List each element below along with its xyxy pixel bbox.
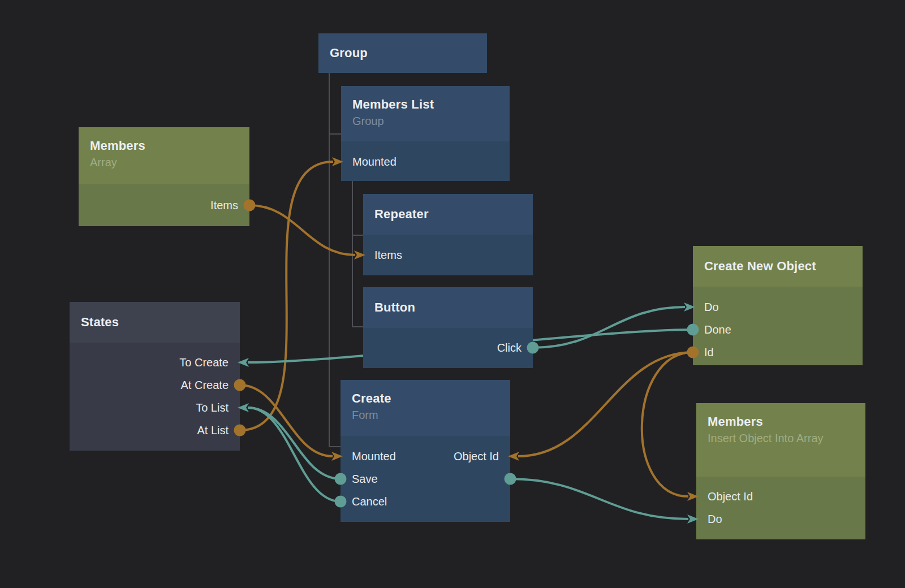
node-body: To CreateAt CreateTo ListAt List bbox=[70, 343, 240, 451]
node-subtitle: Group bbox=[352, 113, 498, 129]
port-label-save: Save bbox=[352, 472, 378, 486]
port-label-click: Click bbox=[497, 340, 522, 355]
node-header: Repeater bbox=[363, 194, 533, 235]
port-label-done: Done bbox=[704, 322, 731, 337]
node-header: States bbox=[70, 302, 240, 343]
node-group[interactable]: Group bbox=[318, 33, 487, 73]
node-repeater[interactable]: RepeaterItems bbox=[363, 194, 533, 275]
node-create-new-object[interactable]: Create New ObjectDoDoneId bbox=[693, 246, 863, 365]
port-label-at-create: At Create bbox=[181, 378, 229, 392]
port-label-to-list: To List bbox=[196, 400, 229, 415]
port-output-dot-create-new-object-done[interactable] bbox=[687, 324, 699, 336]
node-subtitle: Insert Object Into Array bbox=[708, 430, 854, 446]
node-title: Create New Object bbox=[704, 258, 816, 275]
node-body: DoDoneId bbox=[693, 287, 863, 365]
node-body: Object IdDo bbox=[696, 477, 865, 539]
port-label-to-create: To Create bbox=[179, 355, 229, 370]
port-label-object-id: Object Id bbox=[454, 449, 499, 464]
port-label-at-list: At List bbox=[197, 423, 229, 438]
node-subtitle: Array bbox=[90, 154, 238, 170]
node-create[interactable]: CreateFormMountedSaveCancelObject Id bbox=[341, 380, 510, 522]
node-header: Members ListGroup bbox=[341, 86, 510, 141]
port-label-id: Id bbox=[704, 345, 714, 360]
node-subtitle: Form bbox=[352, 407, 499, 423]
node-header: Create New Object bbox=[693, 246, 863, 287]
port-label-items: Items bbox=[210, 198, 238, 213]
node-members-insert[interactable]: MembersInsert Object Into ArrayObject Id… bbox=[696, 403, 865, 539]
node-header: MembersArray bbox=[79, 127, 249, 184]
port-label-mounted: Mounted bbox=[352, 449, 396, 464]
node-header: Button bbox=[363, 287, 533, 328]
node-title: Button bbox=[374, 299, 415, 316]
port-label-cancel: Cancel bbox=[352, 494, 387, 509]
node-members-list[interactable]: Members ListGroupMounted bbox=[341, 86, 510, 181]
port-output-dot-states-at-list[interactable] bbox=[234, 425, 246, 436]
node-button[interactable]: ButtonClick bbox=[363, 287, 533, 368]
node-body: Items bbox=[79, 184, 249, 226]
port-output-dot-create-cancel[interactable] bbox=[335, 496, 347, 508]
node-states[interactable]: StatesTo CreateAt CreateTo ListAt List bbox=[70, 302, 240, 451]
port-output-dot-button-click[interactable] bbox=[527, 342, 539, 354]
node-editor-canvas[interactable]: GroupMembers ListGroupMountedMembersArra… bbox=[0, 0, 905, 588]
port-output-dot-create-new-object-id[interactable] bbox=[687, 347, 699, 358]
node-header: Group bbox=[318, 33, 487, 73]
node-title: Members bbox=[90, 137, 238, 154]
port-label-items: Items bbox=[374, 248, 402, 262]
node-title: Repeater bbox=[374, 206, 429, 223]
port-output-dot-create-save[interactable] bbox=[335, 473, 347, 485]
node-header: CreateForm bbox=[341, 380, 510, 436]
port-label-do: Do bbox=[708, 512, 722, 526]
port-label-object-id: Object Id bbox=[708, 489, 753, 504]
node-members-array[interactable]: MembersArrayItems bbox=[79, 127, 249, 226]
node-title: Members List bbox=[352, 96, 498, 113]
node-body: Items bbox=[363, 235, 533, 275]
node-header: MembersInsert Object Into Array bbox=[696, 403, 865, 477]
node-title: Group bbox=[330, 45, 368, 62]
node-body: Mounted bbox=[341, 141, 510, 181]
node-body: MountedSaveCancelObject Id bbox=[341, 436, 510, 522]
node-title: States bbox=[81, 314, 119, 331]
nodes-layer: GroupMembers ListGroupMountedMembersArra… bbox=[0, 0, 905, 588]
node-title: Members bbox=[708, 413, 854, 430]
port-output-dot-states-at-create[interactable] bbox=[234, 379, 246, 391]
port-output-dot-create-save-out[interactable] bbox=[505, 473, 516, 485]
port-label-mounted: Mounted bbox=[352, 154, 397, 169]
node-title: Create bbox=[352, 390, 499, 407]
node-body: Click bbox=[363, 328, 533, 368]
port-label-do: Do bbox=[704, 300, 719, 314]
port-output-dot-members-array-items[interactable] bbox=[244, 200, 256, 211]
